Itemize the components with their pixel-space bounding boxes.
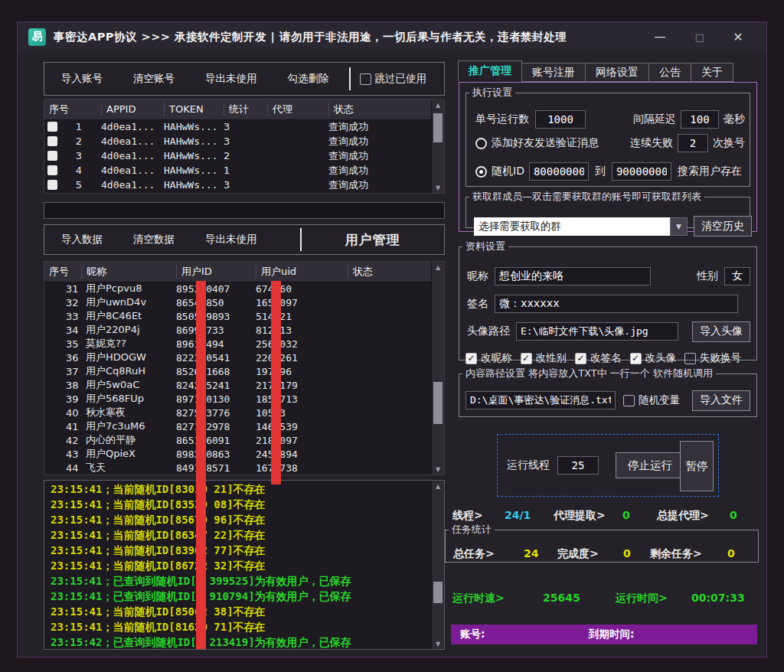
user-row[interactable]: 41 用户7c3uM6 8271 2978 146 539 xyxy=(44,419,431,433)
dropdown-arrow-icon[interactable]: ▼ xyxy=(670,217,688,236)
users-button-2[interactable]: 导出未使用 xyxy=(205,233,257,246)
user-manager-title[interactable]: 用户管理 xyxy=(302,231,445,249)
column-header[interactable]: 代理 xyxy=(267,103,328,116)
group-select[interactable]: 选择需要获取的群 xyxy=(474,217,670,236)
scroll-thumb[interactable] xyxy=(433,382,443,424)
checkbox-icon[interactable] xyxy=(684,353,696,364)
checkbox-icon[interactable]: ✓ xyxy=(466,353,477,364)
fail-count-input[interactable] xyxy=(678,134,708,152)
account-row[interactable]: 5 4d0ea1... HAHwWs... 3 查询成功 xyxy=(44,178,431,192)
scroll-thumb[interactable] xyxy=(433,582,443,603)
close-button[interactable]: ✕ xyxy=(727,22,750,51)
user-row[interactable]: 33 用户8C46Et 8505 9893 514 21 xyxy=(44,309,431,323)
scroll-track[interactable] xyxy=(432,110,444,182)
checkbox-icon[interactable]: ✓ xyxy=(521,353,532,364)
checkbox-icon[interactable] xyxy=(360,73,371,85)
random-var-checkbox[interactable]: 随机变量 xyxy=(623,393,680,407)
column-header[interactable]: 序号 xyxy=(44,265,81,279)
column-header[interactable]: 昵称 xyxy=(81,265,176,279)
tab-3[interactable]: 公告 xyxy=(648,63,691,82)
log-scrollbar[interactable]: ▲ ▼ xyxy=(431,481,444,649)
progress-field[interactable] xyxy=(44,202,445,219)
tab-0[interactable]: 推广管理 xyxy=(458,60,522,82)
accounts-button-0[interactable]: 导入账号 xyxy=(61,72,103,86)
account-row[interactable]: 4 4d0ea1... HAHwWs... 1 查询成功 xyxy=(44,163,431,178)
row-checkbox[interactable] xyxy=(47,165,57,175)
accounts-button-2[interactable]: 导出未使用 xyxy=(205,72,257,86)
run-count-input[interactable] xyxy=(535,110,586,129)
scroll-down-icon[interactable]: ▼ xyxy=(432,638,444,649)
account-row[interactable]: 2 4d0ea1... HAHwWs... 3 查询成功 xyxy=(44,134,431,148)
user-row[interactable]: 32 用户uwnD4v 8654 850 165 097 xyxy=(44,295,431,309)
row-checkbox[interactable] xyxy=(47,136,57,146)
row-checkbox[interactable] xyxy=(47,151,57,161)
users-button-0[interactable]: 导入数据 xyxy=(61,233,103,246)
checkbox-icon[interactable]: ✓ xyxy=(630,353,642,364)
user-row[interactable]: 43 用户QpieX 8983 0863 245 894 xyxy=(44,447,431,461)
row-checkbox[interactable] xyxy=(47,180,57,190)
column-header[interactable]: APPID xyxy=(101,103,164,116)
clear-history-button[interactable]: 清空历史 xyxy=(694,216,752,237)
row-checkbox[interactable] xyxy=(47,122,57,132)
scroll-down-icon[interactable]: ▼ xyxy=(432,182,444,193)
maximize-button[interactable]: □ xyxy=(688,22,711,51)
user-row[interactable]: 44 飞天 8491 8571 167 738 xyxy=(44,461,431,475)
user-row[interactable]: 39 用户568FUp 8971 0130 185 713 xyxy=(44,392,431,406)
log-output[interactable]: 23:15:41；当前随机ID[83010 21]不存在23:15:41；当前随… xyxy=(44,480,445,650)
tab-4[interactable]: 关于 xyxy=(691,63,733,82)
user-row[interactable]: 35 莫妮克?? 8961 494 256 032 xyxy=(44,337,431,351)
scroll-up-icon[interactable]: ▲ xyxy=(432,481,444,491)
content-path-input[interactable] xyxy=(466,391,616,409)
profile-checkbox-3[interactable]: ✓ 改头像 xyxy=(630,351,677,365)
column-header[interactable]: TOKEN xyxy=(164,103,224,116)
profile-checkbox-0[interactable]: ✓ 改昵称 xyxy=(466,351,512,365)
tab-2[interactable]: 网络设置 xyxy=(585,63,649,82)
user-row[interactable]: 31 用户Pcpvu8 8953 0407 674 60 xyxy=(44,282,431,295)
skip-used-checkbox[interactable]: 跳过已使用 xyxy=(360,72,427,86)
column-header[interactable]: 状态 xyxy=(328,103,431,116)
tab-1[interactable]: 账号注册 xyxy=(521,63,586,82)
checkbox-icon[interactable] xyxy=(623,395,635,406)
add-friend-radio[interactable] xyxy=(475,138,487,149)
account-row[interactable]: 3 4d0ea1... HAHwWs... 2 查询成功 xyxy=(44,148,431,163)
scroll-up-icon[interactable]: ▲ xyxy=(432,99,444,110)
column-header[interactable]: 序号 xyxy=(44,103,101,116)
column-header[interactable]: 状态 xyxy=(348,265,431,279)
users-button-1[interactable]: 清空数据 xyxy=(133,233,175,246)
scroll-down-icon[interactable]: ▼ xyxy=(432,464,444,475)
gender-input[interactable] xyxy=(724,267,750,285)
scroll-thumb[interactable] xyxy=(433,113,443,142)
pause-button[interactable]: 暂停 xyxy=(680,441,714,491)
accounts-scrollbar[interactable]: ▲ ▼ xyxy=(431,99,444,193)
profile-checkbox-2[interactable]: ✓ 改签名 xyxy=(575,351,622,365)
avatar-path-input[interactable] xyxy=(516,322,678,341)
user-row[interactable]: 34 用户220P4j 8699 733 812 13 xyxy=(44,323,431,337)
scroll-up-icon[interactable]: ▲ xyxy=(432,262,444,272)
scroll-track[interactable] xyxy=(432,491,444,638)
delay-input[interactable] xyxy=(681,110,719,129)
scroll-track[interactable] xyxy=(432,272,444,464)
user-row[interactable]: 36 用户HDOGW 8223 0541 220 261 xyxy=(44,351,431,364)
column-header[interactable]: 用户uid xyxy=(256,265,348,279)
nickname-input[interactable] xyxy=(495,267,651,285)
accounts-button-3[interactable]: 勾选删除 xyxy=(288,72,329,86)
profile-checkbox-1[interactable]: ✓ 改性别 xyxy=(521,351,567,365)
import-file-button[interactable]: 导入文件 xyxy=(692,390,750,411)
account-row[interactable]: 1 4d0ea1... HAHwWs... 3 查询成功 xyxy=(44,119,431,134)
stop-button[interactable]: 停止运行 xyxy=(616,452,684,478)
user-row[interactable]: 42 内心的平静 8651 6091 218 097 xyxy=(44,433,431,447)
titlebar[interactable]: 易 事密达APP协议 >>> 承接软件定制开发 | 请勿用于非法用途，一切后果与… xyxy=(18,22,766,51)
profile-checkbox-4[interactable]: 失败换号 xyxy=(684,351,741,365)
random-to-input[interactable] xyxy=(612,162,671,181)
column-header[interactable]: 用户ID xyxy=(176,265,256,279)
users-scrollbar[interactable]: ▲ ▼ xyxy=(431,262,444,475)
thread-count-input[interactable] xyxy=(557,456,599,475)
account-row[interactable]: 6 4d0ea1... HAHwWs... 2 查询成功 xyxy=(44,192,431,193)
column-header[interactable]: 统计 xyxy=(224,103,267,116)
minimize-button[interactable]: — xyxy=(648,22,671,51)
random-from-input[interactable] xyxy=(529,162,589,181)
signature-input[interactable] xyxy=(495,295,738,313)
accounts-button-1[interactable]: 清空账号 xyxy=(133,72,175,86)
user-row[interactable]: 37 用户Cq8RuH 8526 1668 197 96 xyxy=(44,364,431,378)
checkbox-icon[interactable]: ✓ xyxy=(575,353,586,364)
